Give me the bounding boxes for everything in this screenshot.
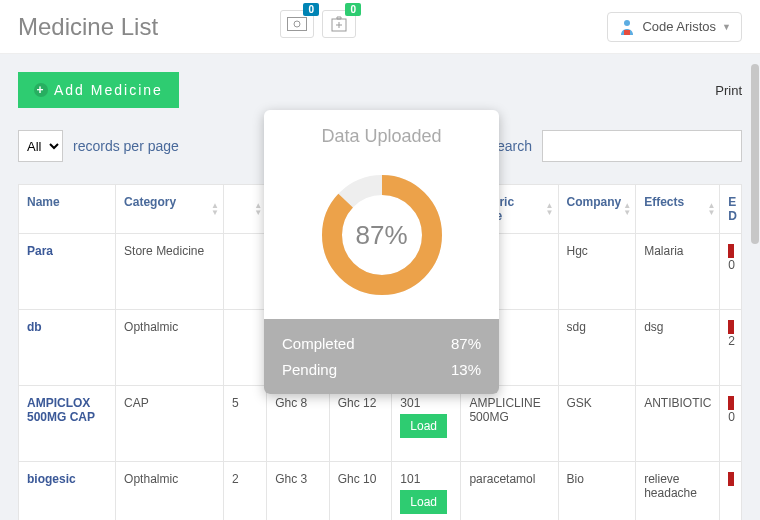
medkit-badge: 0	[345, 3, 361, 16]
action-bar: + Add Medicine Print	[18, 72, 742, 108]
svg-point-3	[624, 20, 630, 26]
donut-chart: 87%	[264, 157, 499, 319]
user-name: Code Aristos	[642, 19, 716, 34]
records-label: records per page	[73, 138, 179, 154]
cell-stock: 301Load	[392, 386, 461, 462]
print-link[interactable]: Print	[715, 83, 742, 98]
col-effects[interactable]: Effects▲▼	[636, 185, 720, 234]
cell-category: Opthalmic	[116, 310, 224, 386]
table-row: biogesicOpthalmic2Ghc 3Ghc 10101Loadpara…	[19, 462, 742, 521]
add-button-label: Add Medicine	[54, 82, 163, 98]
col-company[interactable]: Company▲▼	[558, 185, 636, 234]
cell-name: Para	[19, 234, 116, 310]
svg-rect-0	[288, 18, 307, 31]
scrollbar[interactable]	[751, 64, 759, 244]
load-button[interactable]: Load	[400, 490, 447, 514]
medicine-link[interactable]: AMPICLOX 500MG CAP	[27, 396, 95, 424]
cell-edge: 0	[720, 234, 742, 310]
col-qty[interactable]: ▲▼	[224, 185, 267, 234]
money-icon[interactable]: 0	[280, 10, 314, 38]
page-title: Medicine List	[18, 13, 158, 41]
cell-price2: Ghc 10	[329, 462, 392, 521]
cell-generic: AMPLICLINE 500MG	[461, 386, 558, 462]
cell-qty	[224, 310, 267, 386]
table-row: AMPICLOX 500MG CAPCAP5Ghc 8Ghc 12301Load…	[19, 386, 742, 462]
add-medicine-button[interactable]: + Add Medicine	[18, 72, 179, 108]
caret-down-icon: ▼	[722, 22, 731, 32]
medicine-link[interactable]: Para	[27, 244, 53, 258]
user-icon	[618, 18, 636, 36]
completed-label: Completed	[282, 331, 355, 357]
cell-category: Store Medicine	[116, 234, 224, 310]
cell-name: biogesic	[19, 462, 116, 521]
cell-name: AMPICLOX 500MG CAP	[19, 386, 116, 462]
cell-price1: Ghc 8	[267, 386, 330, 462]
cell-qty	[224, 234, 267, 310]
page-size-select[interactable]: All	[18, 130, 63, 162]
cell-stock: 101Load	[392, 462, 461, 521]
cell-qty: 2	[224, 462, 267, 521]
cell-effects: ANTIBIOTIC	[636, 386, 720, 462]
cell-category: CAP	[116, 386, 224, 462]
money-badge: 0	[303, 3, 319, 16]
search-input[interactable]	[542, 130, 742, 162]
medicine-link[interactable]: biogesic	[27, 472, 76, 486]
topbar: Medicine List 0 0 Code Aristos ▼	[0, 0, 760, 54]
medicine-link[interactable]: db	[27, 320, 42, 334]
user-menu-button[interactable]: Code Aristos ▼	[607, 12, 742, 42]
cell-category: Opthalmic	[116, 462, 224, 521]
stat-completed: Completed 87%	[282, 331, 481, 357]
cell-company: Bio	[558, 462, 636, 521]
cell-generic: paracetamol	[461, 462, 558, 521]
cell-company: Hgc	[558, 234, 636, 310]
records-per-page: All records per page	[18, 130, 179, 162]
cell-name: db	[19, 310, 116, 386]
cell-effects: Malaria	[636, 234, 720, 310]
stat-pending: Pending 13%	[282, 357, 481, 383]
pending-value: 13%	[451, 357, 481, 383]
cell-effects: relieve headache	[636, 462, 720, 521]
cell-edge: 0	[720, 386, 742, 462]
col-category[interactable]: Category▲▼	[116, 185, 224, 234]
completed-value: 87%	[451, 331, 481, 357]
load-button[interactable]: Load	[400, 414, 447, 438]
medkit-icon[interactable]: 0	[322, 10, 356, 38]
upload-modal: Data Uploaded 87% Completed 87% Pending …	[264, 110, 499, 394]
col-name[interactable]: Name	[19, 185, 116, 234]
col-edge[interactable]: E D	[720, 185, 742, 234]
cell-price2: Ghc 12	[329, 386, 392, 462]
svg-point-1	[294, 21, 300, 27]
donut-percent: 87%	[316, 169, 448, 301]
modal-title: Data Uploaded	[264, 110, 499, 157]
svg-rect-4	[624, 30, 630, 35]
cell-company: sdg	[558, 310, 636, 386]
top-icons: 0 0	[280, 10, 356, 38]
cell-company: GSK	[558, 386, 636, 462]
plus-icon: +	[34, 83, 48, 97]
search-group: Search	[488, 130, 742, 162]
cell-edge: 2	[720, 310, 742, 386]
modal-stats: Completed 87% Pending 13%	[264, 319, 499, 394]
cell-price1: Ghc 3	[267, 462, 330, 521]
pending-label: Pending	[282, 357, 337, 383]
cell-qty: 5	[224, 386, 267, 462]
cell-edge	[720, 462, 742, 521]
cell-effects: dsg	[636, 310, 720, 386]
